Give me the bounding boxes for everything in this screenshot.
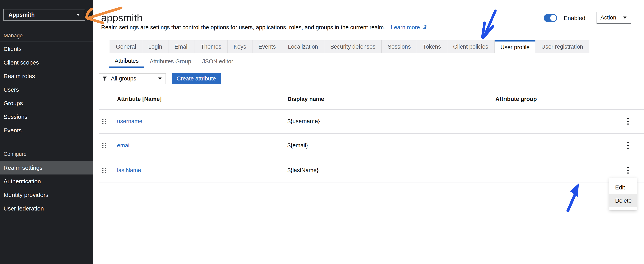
- subtab-attributes[interactable]: Attributes: [109, 55, 144, 68]
- kebab-menu-icon[interactable]: [626, 118, 630, 125]
- tab-themes[interactable]: Themes: [195, 40, 228, 53]
- sidebar-item-realm-settings[interactable]: Realm settings: [0, 161, 93, 175]
- user-profile-subtabs: Attributes Attributes Group JSON editor: [109, 55, 239, 68]
- sidebar-section-configure: Configure: [4, 151, 26, 157]
- display-name-value: ${username}: [288, 118, 320, 124]
- subtabs-bottom-border: [93, 68, 644, 68]
- attribute-link-email[interactable]: email: [117, 142, 130, 149]
- drag-grip-icon[interactable]: [102, 168, 106, 173]
- tab-client-policies[interactable]: Client policies: [447, 40, 494, 53]
- keycloak-admin-console: Appsmith Manage Clients Client scopes Re…: [0, 0, 644, 264]
- sidebar-divider: [0, 26, 93, 26]
- external-link-icon: [422, 25, 427, 30]
- drag-grip-icon[interactable]: [102, 119, 106, 124]
- realm-selector-value: Appsmith: [8, 12, 35, 18]
- menu-item-edit[interactable]: Edit: [609, 181, 637, 194]
- group-filter-select[interactable]: All groups: [99, 73, 166, 84]
- tab-login[interactable]: Login: [142, 40, 168, 53]
- sidebar-item-clients[interactable]: Clients: [0, 42, 93, 56]
- caret-down-icon: [623, 17, 626, 19]
- sidebar-item-events[interactable]: Events: [0, 123, 93, 137]
- column-header-attribute-name: Attribute [Name]: [117, 96, 162, 102]
- enabled-toggle[interactable]: [544, 14, 557, 22]
- tab-sessions[interactable]: Sessions: [382, 40, 417, 53]
- enabled-label: Enabled: [564, 15, 585, 22]
- blue-arrow-menu-annotation: [566, 182, 583, 212]
- table-divider: [99, 158, 644, 158]
- sidebar-item-identity-providers[interactable]: Identity providers: [0, 188, 93, 202]
- realm-settings-tabs: General Login Email Themes Keys Events L…: [110, 40, 590, 53]
- funnel-icon: [102, 76, 108, 81]
- create-attribute-button[interactable]: Create attribute: [172, 73, 221, 84]
- sidebar-item-realm-roles[interactable]: Realm roles: [0, 69, 93, 83]
- display-name-value: ${email}: [288, 142, 308, 149]
- caret-down-icon: [76, 14, 80, 16]
- page-description-text: Realm settings are settings that control…: [101, 24, 386, 31]
- table-divider: [99, 109, 644, 109]
- sidebar-item-user-federation[interactable]: User federation: [0, 202, 93, 215]
- sidebar: Appsmith Manage Clients Client scopes Re…: [0, 0, 93, 264]
- kebab-menu-icon[interactable]: [626, 167, 630, 174]
- sidebar-item-client-scopes[interactable]: Client scopes: [0, 56, 93, 69]
- subtab-attributes-group[interactable]: Attributes Group: [144, 55, 197, 68]
- menu-item-delete[interactable]: Delete: [609, 194, 637, 207]
- group-filter-value: All groups: [111, 75, 158, 82]
- table-divider: [99, 183, 644, 183]
- sidebar-divider: [0, 42, 93, 42]
- attribute-link-lastname[interactable]: lastName: [117, 167, 141, 174]
- subtab-json-editor[interactable]: JSON editor: [197, 55, 239, 68]
- page-description: Realm settings are settings that control…: [101, 24, 427, 31]
- learn-more-link[interactable]: Learn more: [391, 24, 427, 31]
- sidebar-item-sessions[interactable]: Sessions: [0, 110, 93, 123]
- attribute-link-username[interactable]: username: [117, 118, 142, 124]
- sidebar-section-manage: Manage: [4, 33, 23, 39]
- sidebar-nav-configure: Realm settings Authentication Identity p…: [0, 161, 93, 215]
- sidebar-item-users[interactable]: Users: [0, 83, 93, 96]
- tab-tokens[interactable]: Tokens: [417, 40, 447, 53]
- drag-grip-icon[interactable]: [102, 143, 106, 148]
- sidebar-item-authentication[interactable]: Authentication: [0, 175, 93, 188]
- blue-arrow-tab-annotation: [478, 8, 499, 40]
- realm-selector[interactable]: Appsmith: [3, 9, 85, 21]
- tab-user-profile[interactable]: User profile: [494, 40, 536, 53]
- sidebar-item-groups[interactable]: Groups: [0, 96, 93, 110]
- tab-general[interactable]: General: [110, 40, 142, 53]
- tab-localization[interactable]: Localization: [282, 40, 324, 53]
- tab-keys[interactable]: Keys: [228, 40, 252, 53]
- column-header-display-name: Display name: [288, 96, 324, 102]
- caret-down-icon: [158, 77, 162, 80]
- tab-security-defenses[interactable]: Security defenses: [324, 40, 382, 53]
- table-divider: [99, 133, 644, 134]
- page-title: appsmith: [101, 12, 142, 24]
- kebab-menu-icon[interactable]: [626, 142, 630, 149]
- display-name-value: ${lastName}: [288, 167, 318, 174]
- column-header-attribute-group: Attribute group: [495, 96, 537, 102]
- toggle-knob: [550, 15, 556, 21]
- action-dropdown[interactable]: Action: [596, 12, 631, 24]
- action-dropdown-label: Action: [600, 14, 616, 21]
- sidebar-nav-manage: Clients Client scopes Realm roles Users …: [0, 42, 93, 137]
- row-context-menu: Edit Delete: [609, 178, 637, 210]
- tab-events[interactable]: Events: [252, 40, 282, 53]
- tab-user-registration[interactable]: User registration: [536, 40, 590, 53]
- tab-email[interactable]: Email: [168, 40, 195, 53]
